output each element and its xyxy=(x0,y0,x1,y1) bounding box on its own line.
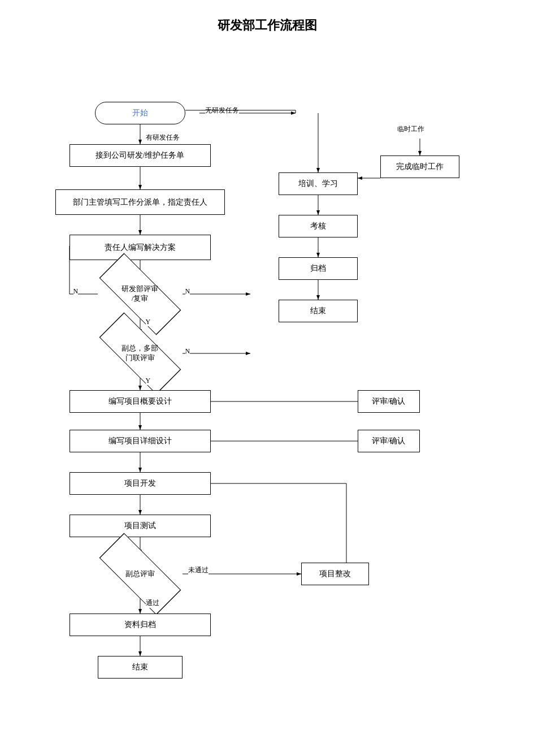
y1-label: Y xyxy=(146,318,151,326)
pass-label: 通过 xyxy=(146,598,159,608)
vp-review-label: 副总评审 xyxy=(125,569,155,579)
assign-node: 部门主管填写工作分派单，指定责任人 xyxy=(55,189,225,215)
modify-label: 项目整改 xyxy=(319,569,351,579)
start-node: 开始 xyxy=(95,102,185,124)
rd-review-label: 研发部评审 /复审 xyxy=(121,284,158,304)
test-label: 项目测试 xyxy=(124,521,156,531)
review-confirm2-label: 评审/确认 xyxy=(372,436,406,446)
end-side-label: 结束 xyxy=(310,306,326,316)
end-main-label: 结束 xyxy=(132,662,148,672)
write-solution-label: 责任人编写解决方案 xyxy=(105,243,176,253)
complete-temp-node: 完成临时工作 xyxy=(380,155,459,178)
has-task-label: 有研发任务 xyxy=(146,133,180,142)
temp-work-label: 临时工作 xyxy=(397,124,424,134)
n1-label: N xyxy=(73,287,79,296)
dev-label: 项目开发 xyxy=(124,478,156,489)
modify-node: 项目整改 xyxy=(301,563,369,585)
multi-review-node: 副总，多部 门联评审 xyxy=(101,331,180,376)
training-label: 培训、学习 xyxy=(298,179,338,189)
y2-label: Y xyxy=(146,377,151,385)
page-title: 研发部工作流程图 xyxy=(17,17,517,34)
review-confirm1-node: 评审/确认 xyxy=(358,390,420,413)
vp-review-node: 副总评审 xyxy=(101,551,180,597)
n2-multi-label: N xyxy=(185,347,190,356)
n2-rd-label: N xyxy=(185,287,190,296)
exam-node: 考核 xyxy=(279,215,358,237)
archive-node: 资料归档 xyxy=(70,614,211,636)
flowchart: 开始 接到公司研发/维护任务单 部门主管填写工作分派单，指定责任人 责任人编写解… xyxy=(24,51,510,746)
fail-label: 未通过 xyxy=(188,565,209,575)
complete-temp-label: 完成临时工作 xyxy=(396,162,444,172)
review-confirm1-label: 评审/确认 xyxy=(372,396,406,407)
rd-review-node: 研发部评审 /复审 xyxy=(101,271,180,317)
test-node: 项目测试 xyxy=(70,515,211,537)
write-detail-label: 编写项目详细设计 xyxy=(108,436,172,446)
write-outline-node: 编写项目概要设计 xyxy=(70,390,211,413)
no-task-label: 无研发任务 xyxy=(205,106,239,115)
archive-label: 资料归档 xyxy=(124,620,156,630)
end-main-node: 结束 xyxy=(98,656,183,679)
end-side-node: 结束 xyxy=(279,300,358,322)
start-label: 开始 xyxy=(132,108,148,118)
dev-node: 项目开发 xyxy=(70,472,211,495)
filing-node: 归档 xyxy=(279,257,358,280)
receive-task-label: 接到公司研发/维护任务单 xyxy=(95,150,185,161)
assign-label: 部门主管填写工作分派单，指定责任人 xyxy=(73,197,207,208)
review-confirm2-node: 评审/确认 xyxy=(358,430,420,452)
write-solution-node: 责任人编写解决方案 xyxy=(70,235,211,260)
exam-label: 考核 xyxy=(310,221,326,231)
write-outline-label: 编写项目概要设计 xyxy=(108,396,172,407)
write-detail-node: 编写项目详细设计 xyxy=(70,430,211,452)
filing-label: 归档 xyxy=(310,263,326,274)
training-node: 培训、学习 xyxy=(279,172,358,195)
multi-review-label: 副总，多部 门联评审 xyxy=(121,344,158,363)
receive-task-node: 接到公司研发/维护任务单 xyxy=(70,144,211,167)
